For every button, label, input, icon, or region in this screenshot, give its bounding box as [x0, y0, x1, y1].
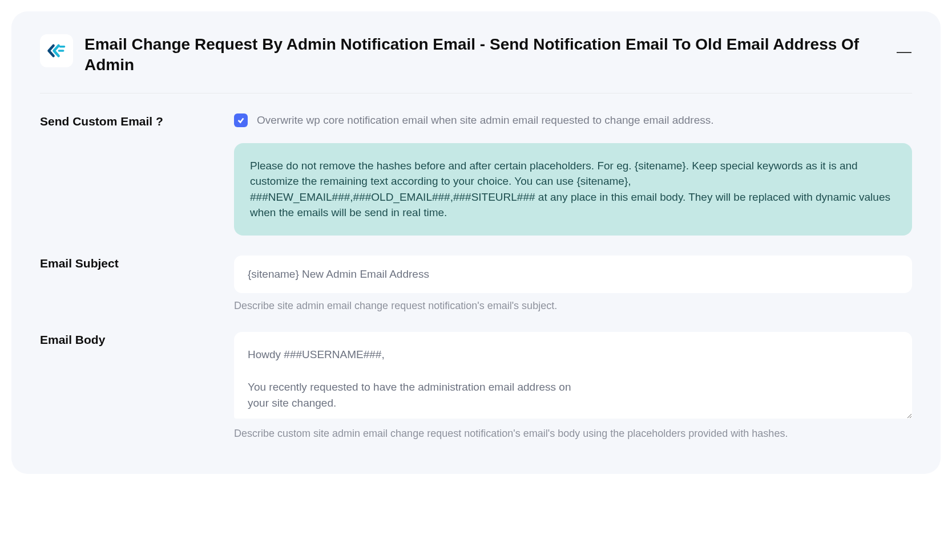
email-body-textarea[interactable]: [234, 332, 912, 419]
panel-icon-box: [40, 34, 73, 67]
panel-title: Email Change Request By Admin Notificati…: [84, 34, 885, 76]
label-send-custom: Send Custom Email ?: [40, 113, 234, 236]
check-icon: [237, 116, 245, 124]
app-logo-icon: [46, 40, 67, 61]
row-body: Email Body Describe custom site admin em…: [40, 332, 912, 440]
content-body: Describe custom site admin email change …: [234, 332, 912, 440]
content-subject: Describe site admin email change request…: [234, 255, 912, 312]
collapse-button[interactable]: —: [896, 43, 912, 59]
checkbox-row: Overwrite wp core notification email whe…: [234, 113, 912, 127]
email-subject-input[interactable]: [234, 255, 912, 293]
send-custom-checkbox[interactable]: [234, 113, 248, 127]
label-body: Email Body: [40, 332, 234, 440]
subject-help-text: Describe site admin email change request…: [234, 300, 912, 312]
row-subject: Email Subject Describe site admin email …: [40, 255, 912, 312]
content-send-custom: Overwrite wp core notification email whe…: [234, 113, 912, 236]
label-subject: Email Subject: [40, 255, 234, 312]
placeholder-notice: Please do not remove the hashes before a…: [234, 143, 912, 236]
panel-header: Email Change Request By Admin Notificati…: [40, 34, 912, 94]
row-send-custom: Send Custom Email ? Overwrite wp core no…: [40, 113, 912, 236]
body-help-text: Describe custom site admin email change …: [234, 428, 912, 440]
send-custom-checkbox-label: Overwrite wp core notification email whe…: [257, 114, 714, 127]
settings-panel: Email Change Request By Admin Notificati…: [11, 11, 941, 474]
minus-icon: —: [897, 43, 911, 60]
